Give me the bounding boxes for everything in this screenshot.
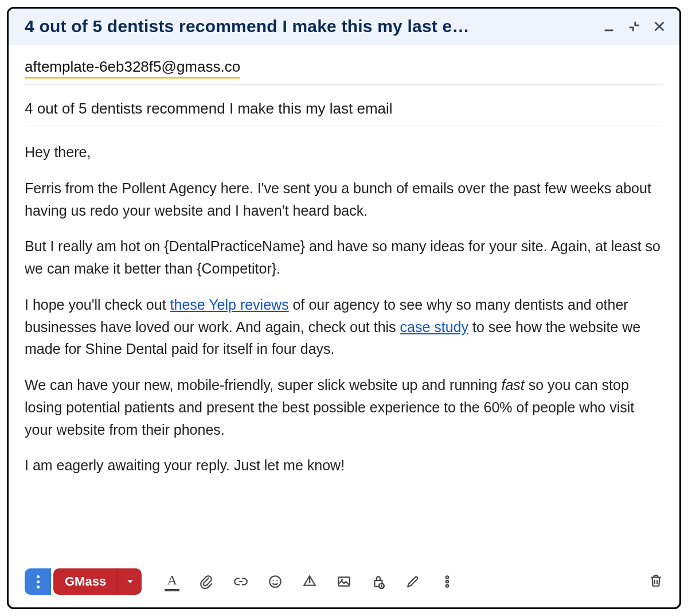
svg-point-4 (309, 581, 311, 583)
gmass-dropdown-button[interactable] (118, 568, 142, 595)
emoji-icon (268, 574, 283, 589)
attach-file-button[interactable] (198, 573, 215, 590)
compose-window: 4 out of 5 dentists recommend I make thi… (7, 7, 681, 609)
confidential-mode-button[interactable] (370, 573, 387, 590)
send-options-button[interactable] (25, 568, 51, 595)
insert-signature-button[interactable] (404, 573, 421, 590)
compose-content: aftemplate-6eb328f5@gmass.co 4 out of 5 … (9, 45, 679, 558)
compose-titlebar: 4 out of 5 dentists recommend I make thi… (9, 9, 679, 45)
gmass-label: GMass (53, 568, 118, 595)
image-icon (337, 574, 351, 589)
svg-point-10 (446, 576, 448, 578)
collapse-icon (628, 20, 640, 33)
drive-icon (302, 574, 317, 589)
case-study-link[interactable]: case study (400, 319, 469, 335)
body-paragraph: I am eagerly awaiting your reply. Just l… (25, 454, 663, 477)
paperclip-icon (199, 574, 214, 589)
link-icon (233, 574, 248, 589)
body-paragraph: Ferris from the Pollent Agency here. I'v… (25, 177, 663, 222)
svg-point-2 (273, 580, 274, 581)
restore-down-button[interactable] (628, 20, 640, 33)
gmass-send-button[interactable]: GMass (53, 568, 142, 595)
compose-title: 4 out of 5 dentists recommend I make thi… (25, 17, 470, 36)
body-greeting: Hey there, (25, 141, 663, 163)
minimize-button[interactable] (603, 20, 615, 33)
svg-rect-0 (605, 30, 613, 32)
more-vertical-icon (440, 574, 455, 589)
svg-point-3 (276, 580, 277, 581)
subject-field[interactable]: 4 out of 5 dentists recommend I make thi… (25, 85, 663, 126)
svg-point-6 (341, 579, 343, 580)
close-icon (653, 20, 666, 33)
pen-icon (405, 574, 420, 589)
recipient-chip[interactable]: aftemplate-6eb328f5@gmass.co (25, 58, 240, 79)
window-controls (603, 20, 666, 33)
message-body[interactable]: Hey there, Ferris from the Pollent Agenc… (25, 126, 663, 558)
minimize-icon (603, 20, 615, 33)
body-paragraph: But I really am hot on {DentalPracticeNa… (25, 235, 663, 280)
format-toolbar: A (163, 573, 456, 590)
close-button[interactable] (653, 20, 666, 33)
body-text: We can have your new, mobile-friendly, s… (25, 377, 501, 393)
insert-photo-button[interactable] (335, 573, 353, 590)
more-options-button[interactable] (439, 573, 456, 590)
body-emphasis: fast (501, 377, 524, 393)
discard-draft-button[interactable] (648, 573, 663, 590)
drive-button[interactable] (301, 573, 318, 590)
text-format-button[interactable]: A (163, 573, 181, 590)
vertical-dots-icon (37, 575, 40, 588)
body-paragraph: I hope you'll check out these Yelp revie… (25, 294, 663, 360)
caret-down-icon (127, 578, 134, 585)
recipients-field[interactable]: aftemplate-6eb328f5@gmass.co (25, 45, 663, 85)
subject-text: 4 out of 5 dentists recommend I make thi… (25, 100, 663, 118)
compose-toolbar: GMass A (9, 558, 679, 607)
format-a-icon: A (167, 572, 177, 588)
yelp-reviews-link[interactable]: these Yelp reviews (170, 297, 289, 313)
body-text: I hope you'll check out (25, 297, 170, 313)
svg-point-12 (446, 584, 448, 587)
trash-icon (648, 573, 663, 588)
body-paragraph: We can have your new, mobile-friendly, s… (25, 374, 663, 440)
svg-point-1 (269, 576, 281, 587)
insert-link-button[interactable] (232, 573, 249, 590)
lock-clock-icon (371, 574, 386, 589)
svg-point-11 (446, 580, 448, 583)
insert-emoji-button[interactable] (267, 573, 284, 590)
